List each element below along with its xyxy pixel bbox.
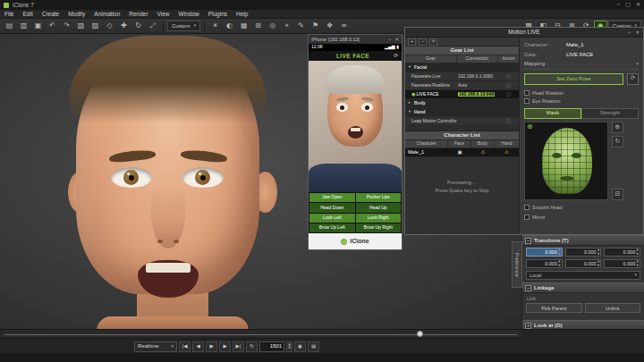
- transform-value-field[interactable]: 0.000▲▼: [604, 259, 640, 268]
- eye-rotation-checkbox[interactable]: [524, 98, 530, 104]
- menu-help[interactable]: Help: [232, 11, 252, 17]
- transform-value-field[interactable]: 0.000▲▼: [565, 248, 602, 257]
- gear-row[interactable]: ●LIVE FACE192.168.0.13:999▢: [405, 90, 519, 99]
- timeline-scrubber[interactable]: [0, 330, 521, 339]
- minimize-icon[interactable]: ─: [628, 29, 631, 35]
- transform-value-field[interactable]: 0.000▲▼: [604, 248, 640, 257]
- target-icon[interactable]: ⌖: [280, 21, 293, 32]
- open-project-icon[interactable]: ▥: [17, 21, 30, 32]
- rotate-view-icon[interactable]: ↻: [612, 136, 623, 147]
- mapping-section-toggle[interactable]: Mapping : ▾: [524, 61, 639, 70]
- pick-parent-button[interactable]: Pick Parent: [526, 303, 582, 313]
- menu-create[interactable]: Create: [38, 11, 64, 17]
- calibration-brow-up-left[interactable]: Brow Up Left: [309, 223, 355, 232]
- actor-checkbox-icon[interactable]: ▢: [506, 92, 511, 97]
- expander-icon[interactable]: ▾: [407, 110, 412, 114]
- minimize-icon[interactable]: ─: [388, 37, 391, 42]
- frame-stepper[interactable]: ▲▼: [286, 341, 292, 352]
- custom-layout-dropdown[interactable]: Custom ▾: [167, 21, 200, 31]
- smooth-head-checkbox[interactable]: [524, 205, 530, 210]
- collapse-icon[interactable]: −: [525, 285, 531, 291]
- grid-icon[interactable]: ▦: [237, 21, 250, 32]
- calibration-head-up[interactable]: Head Up: [356, 203, 402, 212]
- actor-checkbox-icon[interactable]: ▢: [506, 83, 511, 88]
- field-stepper[interactable]: ▲▼: [597, 248, 600, 256]
- camera-icon[interactable]: ◎: [266, 21, 279, 32]
- calibration-brow-up-right[interactable]: Brow Up Right: [356, 223, 402, 232]
- go-to-start-icon[interactable]: |◀: [179, 341, 191, 352]
- save-project-icon[interactable]: ▣: [31, 21, 45, 32]
- clip-icon[interactable]: ▤: [308, 341, 319, 352]
- expander-icon[interactable]: ▾: [407, 65, 412, 70]
- gear-row[interactable]: ▸Body: [405, 99, 519, 108]
- phone-window-titlebar[interactable]: iPhone (192.168.0.13) ─ ✕: [309, 35, 402, 44]
- field-stepper[interactable]: ▲▼: [636, 260, 639, 267]
- transform-value-field[interactable]: 0.000▲▼: [526, 259, 563, 268]
- calibration-pucker-lips[interactable]: Pucker Lips: [356, 193, 402, 202]
- calibration-head-down[interactable]: Head Down: [309, 203, 355, 212]
- gear-row[interactable]: ▾Facial: [405, 63, 519, 72]
- rotate-tool-icon[interactable]: ↻: [131, 21, 145, 32]
- field-stepper[interactable]: ▲▼: [597, 260, 600, 267]
- gear-row[interactable]: Faceware Live192.168.0.1:3080▢: [405, 72, 519, 81]
- menu-edit[interactable]: Edit: [18, 11, 37, 17]
- remove-gear-icon[interactable]: −: [419, 38, 427, 46]
- go-to-end-icon[interactable]: ▶|: [233, 341, 244, 352]
- undo-icon[interactable]: ↶: [46, 21, 59, 32]
- menu-plugins[interactable]: Plugins: [204, 11, 232, 17]
- motion-live-titlebar[interactable]: Motion LIVE ─ ✕: [405, 28, 643, 38]
- expander-icon[interactable]: ▸: [407, 101, 412, 105]
- sun-light-icon[interactable]: ☀: [208, 21, 222, 32]
- gear-row[interactable]: Leap Motion Controller▢: [405, 117, 519, 126]
- body-warning-icon[interactable]: ⚠: [481, 149, 486, 155]
- next-frame-icon[interactable]: ▶: [219, 341, 231, 352]
- move-tool-icon[interactable]: ✚: [117, 21, 131, 32]
- mirror-checkbox[interactable]: [524, 215, 530, 220]
- edit-motion-icon[interactable]: ✎: [294, 21, 308, 32]
- field-stepper[interactable]: ▲▼: [558, 248, 561, 256]
- menu-modify[interactable]: Modify: [64, 11, 89, 17]
- transform-value-field[interactable]: 0.000▲▼: [526, 248, 563, 257]
- close-icon[interactable]: ✕: [636, 2, 640, 8]
- head-rotation-checkbox[interactable]: [524, 90, 530, 96]
- delete-map-icon[interactable]: ⊟: [612, 189, 623, 200]
- collapse-icon[interactable]: +: [525, 323, 531, 329]
- close-icon[interactable]: ✕: [635, 29, 640, 35]
- calibration-look-left[interactable]: Look Left: [309, 214, 355, 223]
- current-frame-input[interactable]: 1501: [259, 341, 284, 352]
- tab-mask[interactable]: Mask: [524, 108, 581, 119]
- menu-window[interactable]: Window: [174, 11, 204, 17]
- focus-tool-icon[interactable]: ⊕: [612, 122, 623, 133]
- face-track-checkbox-icon[interactable]: ▣: [457, 149, 462, 155]
- new-project-icon[interactable]: ▤: [3, 21, 16, 32]
- playback-mode-dropdown[interactable]: Realtime ▾: [134, 341, 177, 352]
- field-stepper[interactable]: ▲▼: [558, 260, 561, 267]
- option-row[interactable]: Eye Rotation: [524, 97, 639, 105]
- play-icon[interactable]: ▶: [206, 341, 217, 352]
- scale-tool-icon[interactable]: ⤢: [146, 21, 159, 32]
- hand-warning-icon[interactable]: ⚠: [504, 149, 509, 155]
- tab-strength[interactable]: Strength: [581, 108, 639, 119]
- calibration-jaw-open[interactable]: Jaw Open: [309, 193, 355, 202]
- gear-row[interactable]: ▾Hand: [405, 108, 519, 117]
- set-zero-pose-button[interactable]: Set Zero Pose: [524, 73, 623, 85]
- refresh-pose-icon[interactable]: ⟳: [627, 73, 639, 85]
- previous-frame-icon[interactable]: ◀: [192, 341, 204, 352]
- refresh-gears-icon[interactable]: ⟳: [429, 38, 437, 46]
- menu-animation[interactable]: Animation: [89, 11, 124, 17]
- coordinate-space-dropdown[interactable]: Local ▾: [526, 271, 640, 280]
- add-gear-icon[interactable]: +: [408, 38, 416, 46]
- shadow-icon[interactable]: ◐: [223, 21, 236, 32]
- mirror-row[interactable]: Mirror: [524, 214, 639, 222]
- record-camera-icon[interactable]: ◉: [294, 341, 306, 352]
- transform-value-field[interactable]: 0.000▲▼: [565, 259, 602, 268]
- snap-icon[interactable]: ⊞: [251, 21, 265, 32]
- unlink-button[interactable]: Unlink: [585, 303, 641, 313]
- paste-icon[interactable]: ▨: [89, 21, 102, 32]
- menu-render[interactable]: Render: [124, 11, 152, 17]
- collapse-icon[interactable]: −: [525, 238, 531, 244]
- close-icon[interactable]: ✕: [394, 37, 399, 42]
- tab-preference[interactable]: Preference: [512, 241, 522, 288]
- flag-icon[interactable]: ⚑: [309, 21, 322, 32]
- face-mask-preview[interactable]: ⊕: [524, 122, 608, 200]
